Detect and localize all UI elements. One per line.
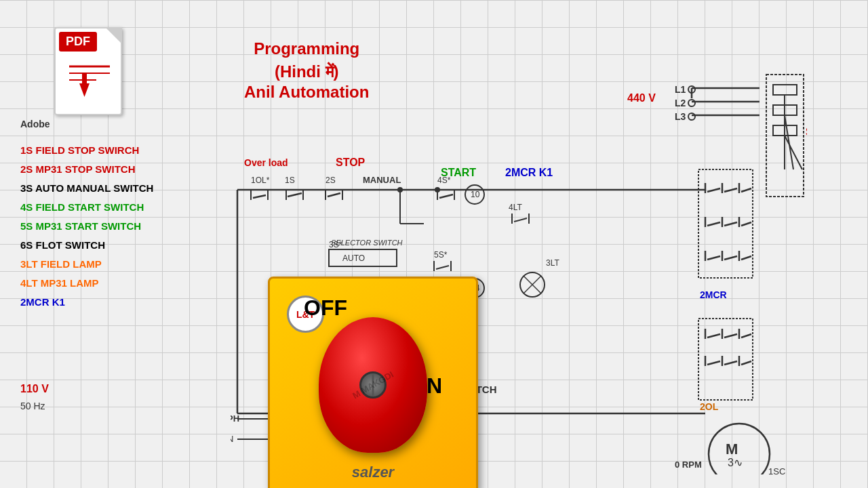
svg-text:START: START [441, 167, 476, 178]
power-50hz: 50 Hz [20, 400, 45, 412]
svg-line-28 [253, 195, 266, 198]
salzer-body: L&T OFF ON M MAKGDI [268, 277, 478, 488]
svg-text:PH: PH [231, 413, 239, 424]
component-list: 1S FIELD STOP SWIRCH 2S MP31 STOP SWITCH… [20, 142, 153, 310]
pdf-icon-svg [59, 53, 120, 107]
svg-line-116 [741, 361, 751, 365]
svg-line-88 [707, 188, 720, 192]
svg-line-95 [724, 222, 737, 226]
svg-text:1OL*: 1OL* [251, 176, 270, 185]
comp-4lt: 4LT MP31 LAMP [20, 275, 153, 291]
circuit-area: L1 L2 L3 440 V SFU 1OL* [231, 34, 807, 474]
comp-6s: 6S FLOT SWITCH [20, 237, 153, 253]
power-110v: 110 V [20, 383, 49, 395]
svg-line-101 [724, 256, 737, 260]
svg-text:1SC: 1SC [768, 466, 785, 474]
svg-point-130 [435, 187, 440, 192]
svg-text:MANUAL: MANUAL [363, 175, 401, 185]
svg-line-22 [785, 115, 793, 169]
comp-4s: 4S FIELD START SWITCH [20, 199, 153, 216]
comp-2s: 2S MP31 STOP SWITCH [20, 161, 153, 178]
svg-text:0 RPM: 0 RPM [675, 460, 702, 470]
svg-text:L2: L2 [675, 98, 686, 108]
svg-line-100 [707, 256, 720, 260]
svg-text:2OL: 2OL [700, 401, 719, 412]
svg-line-108 [707, 334, 720, 338]
svg-rect-83 [698, 169, 753, 278]
svg-line-94 [707, 222, 720, 226]
svg-text:3∿: 3∿ [728, 457, 743, 468]
svg-rect-103 [698, 319, 753, 400]
svg-text:L3: L3 [675, 111, 686, 122]
frequency-label: 50 Hz [20, 401, 45, 411]
voltage-110: 110 V [20, 383, 49, 394]
comp-3s: 3S AUTO MANUAL SWITCH [20, 180, 153, 197]
svg-text:M: M [726, 441, 738, 458]
svg-text:SFU: SFU [806, 126, 807, 138]
comp-2mcr: 2MCR K1 [20, 294, 153, 310]
svg-point-13 [688, 113, 695, 120]
svg-line-96 [741, 222, 751, 226]
svg-text:1S: 1S [285, 176, 295, 185]
svg-text:2S: 2S [326, 176, 336, 185]
svg-line-110 [741, 334, 751, 338]
salzer-brand: salzer [352, 464, 394, 481]
adobe-label: Adobe [20, 119, 102, 129]
svg-text:3LT: 3LT [546, 258, 559, 268]
comp-3lt: 3LT FIELD LAMP [20, 256, 153, 272]
svg-line-51 [514, 218, 527, 222]
svg-point-129 [397, 187, 403, 192]
svg-line-90 [741, 188, 751, 192]
svg-line-102 [741, 256, 751, 260]
svg-line-41 [439, 195, 453, 198]
svg-point-10 [688, 100, 695, 106]
svg-text:STOP: STOP [336, 157, 366, 168]
svg-text:N: N [231, 434, 233, 444]
svg-line-115 [724, 361, 737, 365]
pdf-badge: PDF [59, 32, 97, 52]
svg-text:4LT: 4LT [509, 203, 522, 212]
svg-line-109 [724, 334, 737, 338]
svg-rect-18 [773, 85, 797, 95]
svg-line-114 [707, 361, 720, 365]
svg-text:440 V: 440 V [627, 92, 656, 104]
pdf-icon-area: PDF Adobe [54, 27, 136, 122]
svg-text:2MCR K1: 2MCR K1 [505, 167, 553, 178]
svg-line-23 [785, 136, 802, 169]
svg-line-32 [288, 193, 302, 197]
svg-line-59 [436, 266, 449, 269]
salzer-switch: L&T OFF ON M MAKGDI [268, 277, 485, 488]
main-content: PDF Adobe Programming (Hindi में) Anil A… [0, 0, 868, 488]
svg-text:Over load: Over load [244, 157, 288, 168]
comp-1s: 1S FIELD STOP SWIRCH [20, 142, 153, 159]
svg-text:AUTO: AUTO [342, 253, 365, 263]
pdf-paper: PDF [54, 27, 122, 115]
svg-text:L1: L1 [675, 84, 686, 95]
svg-rect-4 [82, 73, 87, 87]
svg-text:SELECTOR SWITCH: SELECTOR SWITCH [331, 239, 403, 247]
svg-text:10: 10 [471, 190, 480, 199]
comp-5s: 5S MP31 START SWITCH [20, 218, 153, 235]
svg-line-89 [724, 188, 737, 192]
svg-line-36 [328, 193, 340, 197]
svg-text:5S*: 5S* [434, 250, 448, 260]
svg-text:2MCR: 2MCR [700, 289, 727, 300]
